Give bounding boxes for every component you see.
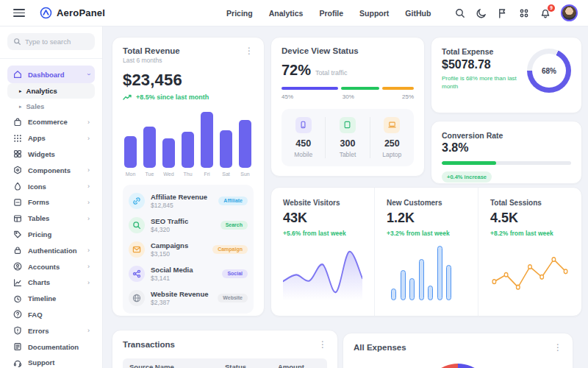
chevron-right-icon: › [87, 166, 90, 174]
revenue-sources: Affiliate Revenue$12,845AffiliateSEO Tra… [123, 185, 254, 314]
sidebar: Dashboard›▸Analytics▸SalesEcommerce›Apps… [0, 26, 103, 368]
divider [0, 58, 102, 59]
sidebar-item-ecommerce[interactable]: Ecommerce› [7, 114, 95, 130]
sidebar-item-apps[interactable]: Apps› [7, 130, 95, 146]
expenses-pie-chart [424, 364, 492, 368]
sidebar-item-authentication[interactable]: Authentication› [7, 242, 95, 258]
sidebar-item-charts[interactable]: Charts› [7, 275, 95, 291]
forms-icon [12, 197, 23, 208]
source-badge: Affiliate [218, 197, 248, 205]
sidebar-item-faq[interactable]: FAQ [7, 307, 95, 323]
card-title: Total Revenue [123, 46, 180, 55]
card-title: All Expenses [354, 343, 406, 352]
total-sessions-section: Total Sessions 4.5K +8.2% from last week [478, 188, 581, 316]
chevron-right-icon: › [87, 183, 90, 190]
brand[interactable]: AeroPanel [40, 7, 105, 19]
revenue-trend: +8.5% since last month [136, 93, 209, 101]
search-icon [129, 217, 145, 233]
device-panel: 450 Mobile 300 Tablet 250 Laptop [282, 109, 414, 166]
all-expenses-card: All Expenses ⋮ [343, 333, 573, 368]
sidebar-item-forms[interactable]: Forms› [7, 194, 95, 210]
nav-github[interactable]: GitHub [405, 9, 431, 18]
traffic-caption: Total traffic [315, 69, 347, 77]
nav-pricing[interactable]: Pricing [226, 9, 253, 18]
total-revenue-card: Total Revenue Last 6 months ⋮ $23,456 +8… [112, 37, 265, 316]
chart-icon [12, 277, 23, 288]
chevron-right-icon: › [87, 279, 90, 286]
customers-bar [419, 259, 424, 300]
revenue-source-website-revenue[interactable]: Website Revenue$2,387Website [129, 286, 248, 310]
sidebar-item-documentation[interactable]: Documentation [7, 339, 95, 355]
chevron-right-icon: › [87, 118, 90, 126]
sidebar-item-timeline[interactable]: Timeline [7, 291, 95, 307]
revenue-source-seo-traffic[interactable]: SEO Traffic$4,320Search [129, 213, 248, 237]
expense-value: $5078.78 [442, 58, 517, 71]
conversion-value: 3.8% [442, 141, 571, 155]
sidebar-search[interactable] [7, 33, 95, 50]
source-badge: Campaign [212, 245, 248, 254]
question-icon [12, 309, 23, 319]
device-split-labels: 45% 30% 25% [282, 93, 414, 101]
bell-icon[interactable]: 9 [539, 7, 551, 19]
mail-icon [129, 241, 145, 258]
headset-icon [12, 358, 23, 368]
nav-analytics[interactable]: Analytics [269, 9, 304, 18]
avatar[interactable] [561, 4, 578, 21]
customers-bar [409, 278, 415, 300]
device-col-tablet: 300 Tablet [325, 117, 369, 158]
customers-bar [446, 265, 451, 300]
chevron-right-icon: › [87, 215, 90, 222]
sidebar-item-components[interactable]: Components› [7, 162, 95, 178]
phone-icon [295, 117, 312, 133]
nav-profile[interactable]: Profile [319, 9, 343, 18]
top-header: AeroPanel Pricing Analytics Profile Supp… [0, 0, 588, 26]
kebab-menu-icon[interactable]: ⋮ [553, 343, 562, 352]
laptop-icon [384, 117, 400, 133]
header-actions: 9 [454, 4, 578, 21]
moon-icon[interactable] [476, 7, 487, 19]
new-customers-section: New Customers 1.2K +3.2% from last week [374, 188, 478, 316]
chevron-right-icon: › [87, 247, 90, 254]
search-icon[interactable] [454, 7, 466, 19]
kebab-menu-icon[interactable]: ⋮ [318, 340, 327, 349]
sidebar-item-icons[interactable]: Icons› [7, 178, 95, 194]
apps-grid-icon[interactable] [518, 7, 530, 19]
conversion-badge: +0.4% increase [442, 171, 492, 183]
total-expense-card: Total Expense $5078.78 Profile is 68% mo… [431, 37, 582, 113]
revenue-source-affiliate-revenue[interactable]: Affiliate Revenue$12,845Affiliate [129, 188, 248, 213]
website-visitors-section: Website Visitors 43K +5.6% from last wee… [271, 188, 374, 316]
sidebar-item-sales[interactable]: ▸Sales [7, 99, 95, 114]
main-content: Total Revenue Last 6 months ⋮ $23,456 +8… [103, 26, 588, 368]
customers-bar [428, 286, 433, 300]
sidebar-item-support[interactable]: Support [7, 355, 95, 368]
nav-support[interactable]: Support [359, 9, 389, 18]
transactions-table-header: Source Name Status Amount [123, 358, 327, 368]
search-input[interactable] [25, 38, 91, 46]
card-title: Device View Status [282, 46, 414, 55]
sidebar-item-errors[interactable]: Errors› [7, 322, 95, 339]
trend-up-icon [123, 94, 132, 101]
flag-icon[interactable] [497, 7, 509, 19]
kebab-menu-icon[interactable]: ⋮ [245, 46, 254, 64]
revenue-bar [143, 127, 156, 168]
sidebar-item-tables[interactable]: Tables› [7, 210, 95, 227]
sidebar-item-widgets[interactable]: Widgets [7, 146, 95, 163]
source-badge: Website [218, 294, 248, 302]
revenue-bar-labels: MonTueWedThuFriSatSun [123, 171, 254, 177]
conversion-progress [442, 161, 571, 165]
sidebar-item-dashboard[interactable]: Dashboard› [7, 66, 95, 83]
revenue-value: $23,456 [123, 71, 254, 90]
traffic-percent: 72% [282, 62, 311, 79]
doc-icon [12, 342, 23, 352]
sidebar-item-accounts[interactable]: Accounts› [7, 258, 95, 275]
clock-icon [12, 294, 23, 304]
chevron-right-icon: › [87, 263, 90, 270]
sidebar-item-analytics[interactable]: ▸Analytics [7, 83, 95, 99]
hamburger-menu-icon[interactable] [13, 9, 25, 17]
sidebar-item-pricing[interactable]: Pricing [7, 227, 95, 243]
revenue-source-campaigns[interactable]: Campaigns$3,150Campaign [129, 237, 248, 261]
tables-icon [12, 213, 23, 224]
lock-icon [12, 245, 23, 255]
notification-badge: 9 [548, 4, 555, 12]
revenue-source-social-media[interactable]: Social Media$3,141Social [129, 261, 248, 286]
